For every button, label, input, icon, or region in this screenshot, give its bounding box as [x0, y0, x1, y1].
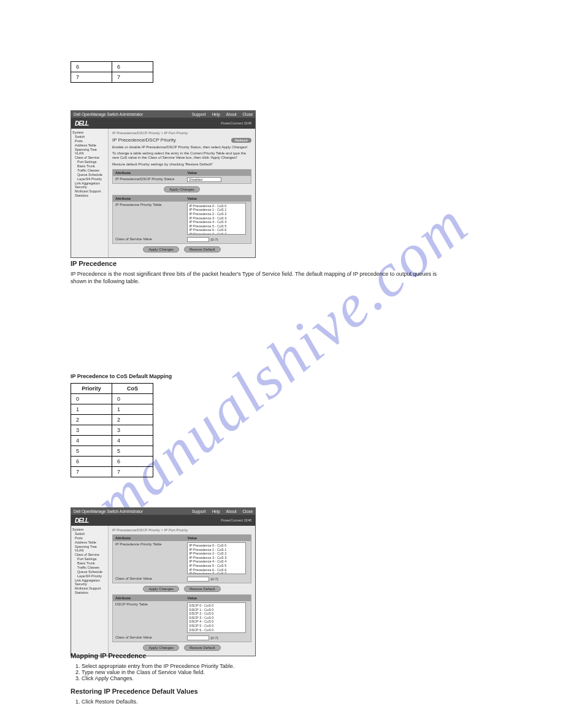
tree-node[interactable]: Address Table — [72, 540, 107, 545]
dscp-listbox[interactable]: DSCP 0 - CoS 0DSCP 1 - CoS 0DSCP 2 - CoS… — [187, 602, 246, 633]
tree-node[interactable]: Class of Service — [72, 156, 107, 160]
step-item: Select appropriate entry from the IP Pre… — [82, 663, 439, 669]
cos-value-input[interactable] — [187, 577, 209, 582]
tree-node[interactable]: System — [72, 131, 107, 135]
table-cell: 6 — [112, 456, 153, 466]
list-item[interactable]: IP Precedence 2 - CoS 2 — [189, 552, 244, 556]
tree-node[interactable]: Multicast Support — [72, 586, 107, 591]
tree-node[interactable]: Port Settings — [72, 557, 107, 561]
list-item[interactable]: IP Precedence 1 - CoS 1 — [189, 208, 244, 212]
cos-range-hint-2: (0-7) — [210, 636, 218, 640]
tree-node[interactable]: Basic Trunk — [72, 561, 107, 566]
cos-value-input[interactable] — [187, 237, 209, 242]
list-item[interactable]: IP Precedence 0 - CoS 0 — [189, 544, 244, 548]
tree-node[interactable]: System — [72, 528, 107, 532]
list-item[interactable]: IP Precedence 1 - CoS 1 — [189, 548, 244, 552]
dell-logo: DELL — [75, 120, 88, 127]
list-item[interactable]: IP Precedence 2 - CoS 2 — [189, 212, 244, 216]
list-item[interactable]: IP Precedence 4 - CoS 4 — [189, 559, 244, 564]
list-item[interactable]: IP Precedence 4 - CoS 4 — [189, 220, 244, 224]
list-item[interactable]: DSCP 1 - CoS 0 — [189, 608, 244, 612]
menu-close[interactable]: Close — [242, 509, 253, 514]
cos-value-label: Class of Service Value — [113, 236, 185, 243]
menu-support[interactable]: Support — [192, 509, 206, 514]
tree-node[interactable]: Statistics — [72, 194, 107, 198]
list-item[interactable]: IP Precedence 5 - CoS 5 — [189, 224, 244, 229]
cos-value-input-2[interactable] — [187, 635, 209, 640]
tree-node[interactable]: Spanning Tree — [72, 545, 107, 549]
tree-node[interactable]: Traffic Classes — [72, 169, 107, 173]
list-item[interactable]: DSCP 6 - CoS 0 — [189, 628, 244, 632]
mapping-table-caption: IP Precedence to CoS Default Mapping — [71, 373, 500, 381]
list-item[interactable]: IP Precedence 6 - CoS 6 — [189, 228, 244, 232]
cos-value-label: Class of Service Value — [113, 575, 185, 583]
menu-about[interactable]: About — [226, 112, 237, 116]
tree-node[interactable]: Link Aggregation — [72, 181, 107, 186]
list-item[interactable]: DSCP 0 - CoS 0 — [189, 604, 244, 608]
attr-col-header-2: Attribute — [113, 195, 185, 202]
refresh-button[interactable]: Refresh — [231, 138, 251, 143]
precedence-table-label: IP Precedence Priority Table — [113, 541, 185, 575]
step-item: Type new value in the Class of Service V… — [82, 669, 439, 675]
tree-node[interactable]: Port Settings — [72, 160, 107, 164]
tree-node[interactable]: Basic Trunk — [72, 164, 107, 169]
status-panel: Attribute Value IP Precedence/DSCP Prior… — [112, 169, 251, 184]
menu-close[interactable]: Close — [242, 112, 253, 116]
apply-changes-button[interactable]: Apply Changes — [143, 586, 179, 592]
tree-node[interactable]: Multicast Support — [72, 189, 107, 194]
menu-help[interactable]: Help — [212, 509, 220, 514]
status-label: IP Precedence/DSCP Priority Status — [113, 176, 185, 183]
tree-node[interactable]: Ports — [72, 139, 107, 143]
tree-node[interactable]: Layer3/4 Priority — [72, 574, 107, 578]
tree-node[interactable]: VLAN — [72, 548, 107, 553]
list-item[interactable]: DSCP 4 - CoS 0 — [189, 620, 244, 624]
tree-node[interactable]: Layer3/4 Priority — [72, 177, 107, 181]
list-item[interactable]: DSCP 3 - CoS 0 — [189, 616, 244, 620]
table-cell: 6 — [71, 456, 112, 466]
tree-node[interactable]: Address Table — [72, 143, 107, 148]
tree-node[interactable]: Switch — [72, 135, 107, 139]
tree-node[interactable]: Queue Schedule — [72, 173, 107, 177]
precedence-listbox[interactable]: IP Precedence 0 - CoS 0IP Precedence 1 -… — [187, 542, 246, 574]
restore-procedure-heading: Restoring IP Precedence Default Values — [71, 688, 439, 695]
cos-value-label-2: Class of Service Value — [113, 634, 185, 642]
precedence-listbox[interactable]: IP Precedence 0 - CoS 0IP Precedence 1 -… — [187, 203, 246, 235]
list-item[interactable]: IP Precedence 7 - CoS 7 — [189, 232, 244, 235]
table-cell: 2 — [71, 414, 112, 425]
mapping-table: PriorityCoS0011223344556677 — [71, 383, 153, 477]
list-item[interactable]: DSCP 2 - CoS 0 — [189, 612, 244, 616]
tree-node[interactable]: Security — [72, 582, 107, 586]
list-item[interactable]: IP Precedence 5 - CoS 5 — [189, 564, 244, 568]
tree-node[interactable]: Spanning Tree — [72, 148, 107, 152]
cos-range-hint: (0-7) — [210, 238, 218, 241]
menu-about[interactable]: About — [226, 509, 237, 514]
list-item[interactable]: IP Precedence 3 - CoS 3 — [189, 556, 244, 560]
list-item[interactable]: IP Precedence 6 - CoS 6 — [189, 568, 244, 572]
nav-tree[interactable]: SystemSwitchPortsAddress TableSpanning T… — [71, 129, 109, 257]
tree-node[interactable]: Class of Service — [72, 553, 107, 557]
tree-node[interactable]: Traffic Classes — [72, 566, 107, 570]
list-item[interactable]: IP Precedence 7 - CoS 7 — [189, 572, 244, 574]
table-cell: 6 — [71, 62, 112, 72]
restore-default-button[interactable]: Restore Default — [184, 246, 221, 252]
restore-default-button[interactable]: Restore Default — [184, 586, 221, 592]
list-item[interactable]: IP Precedence 0 - CoS 0 — [189, 204, 244, 208]
apply-changes-button-2[interactable]: Apply Changes — [143, 246, 179, 252]
nav-tree[interactable]: SystemSwitchPortsAddress TableSpanning T… — [71, 526, 109, 656]
menu-support[interactable]: Support — [192, 112, 206, 116]
tree-node[interactable]: Switch — [72, 532, 107, 536]
apply-changes-button[interactable]: Apply Changes — [164, 186, 200, 192]
menu-help[interactable]: Help — [212, 112, 220, 116]
dell-logo: DELL — [75, 517, 88, 524]
list-item[interactable]: IP Precedence 3 - CoS 3 — [189, 216, 244, 221]
tree-node[interactable]: Link Aggregation — [72, 578, 107, 583]
status-select[interactable]: Disabled — [187, 177, 221, 182]
table-cell: 0 — [71, 393, 112, 404]
tree-node[interactable]: Ports — [72, 536, 107, 540]
tree-node[interactable]: Statistics — [72, 591, 107, 595]
attr-col-header: Attribute — [113, 535, 185, 541]
list-item[interactable]: DSCP 5 - CoS 0 — [189, 624, 244, 628]
tree-node[interactable]: VLAN — [72, 151, 107, 156]
tree-node[interactable]: Queue Schedule — [72, 570, 107, 574]
tree-node[interactable]: Security — [72, 185, 107, 189]
